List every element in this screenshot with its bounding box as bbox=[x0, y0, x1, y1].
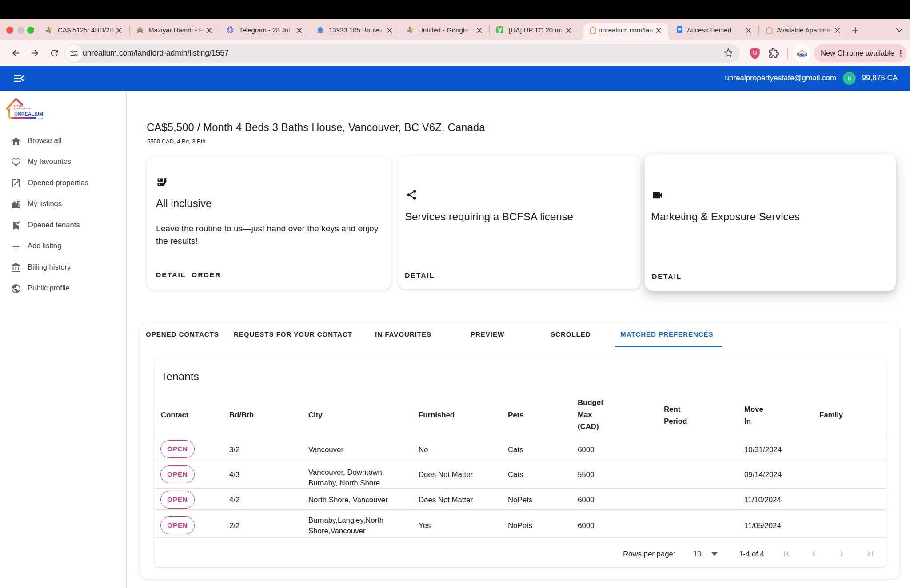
svg-text:AGGREGATOR: AGGREGATOR bbox=[14, 107, 31, 110]
svg-text:U: U bbox=[753, 49, 757, 56]
svg-text:UnReal: UnReal bbox=[797, 53, 807, 56]
svg-text:.com: .com bbox=[37, 117, 43, 119]
svg-text:RENTAL: RENTAL bbox=[14, 105, 23, 107]
svg-text:UNREALIUM: UNREALIUM bbox=[14, 111, 43, 117]
